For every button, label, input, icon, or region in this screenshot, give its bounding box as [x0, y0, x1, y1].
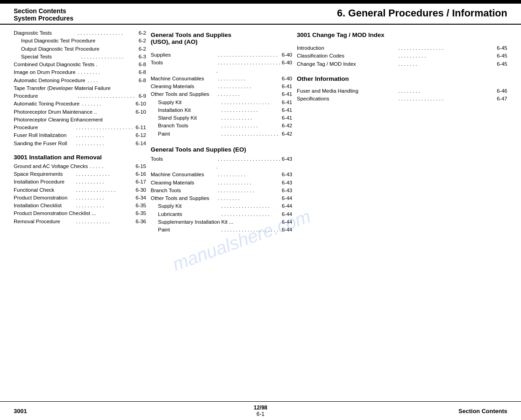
header-section-contents: Section Contents	[14, 7, 74, 15]
toc-entry-change-tag: Change Tag / MOD Index . . . . . . . 6-4…	[297, 60, 507, 68]
toc-entry-supplies: Supplies . . . . . . . . . . . . . . . .…	[151, 51, 292, 59]
toc-entry-other-tools: Other Tools and Supplies . . . . . . . .…	[151, 90, 292, 98]
main-content: manualshere.com Diagnostic Tests . . . .…	[0, 25, 521, 401]
toc-entry-product-demo: Product Demonstration . . . . . . . . . …	[14, 194, 146, 202]
toc-entry-branch-tools-eo: Branch Tools . . . . . . . . . . . . . 6…	[151, 187, 292, 194]
toc-entry-image-on-drum: Image on Drum Procedure . . . . . . . . …	[14, 68, 146, 76]
toc-entry-tape-transfer: Tape Transfer (Developer Material Failur…	[14, 84, 146, 92]
toc-entry-diagnostic-tests: Diagnostic Tests . . . . . . . . . . . .…	[14, 29, 146, 37]
toc-entry-removal-proc: Removal Procedure . . . . . . . . . . . …	[14, 218, 146, 226]
toc-entry-tools-eo: Tools . . . . . . . . . . . . . . . . . …	[151, 155, 292, 171]
header-title: 6. General Procedures / Information	[337, 7, 507, 19]
page-footer: 3001 12/98 6-1 Section Contents	[0, 401, 521, 420]
toc-entry-special-tests: Special Tests . . . . . . . . . . . . . …	[14, 53, 146, 61]
toc-entry-supply-kit: Supply Kit . . . . . . . . . . . . . . .…	[151, 99, 292, 106]
toc-entry-procedure2: Procedure . . . . . . . . . . . . . . . …	[14, 124, 146, 131]
toc-entry-cleaning-eo: Cleaning Materials . . . . . . . . . . .…	[151, 179, 292, 187]
toc-entry-installation-kit: Installation Kit . . . . . . . . . . . .…	[151, 106, 292, 114]
toc-entry-machine-consumables-eo: Machine Consumables . . . . . . . . . . …	[151, 171, 292, 178]
section-install-removal-title: 3001 Installation and Removal	[14, 154, 146, 161]
top-bar	[0, 0, 521, 4]
toc-entry-space-req: Space Requirements . . . . . . . . . . .…	[14, 170, 146, 178]
toc-entry-auto-toning: Automatic Toning Procedure . . . . . . .…	[14, 100, 146, 108]
page-wrapper: Section Contents System Procedures 6. Ge…	[0, 0, 521, 420]
footer-center: 12/98 6-1	[253, 404, 267, 417]
mid-section1-title: General Tools and Supplies (USO), and (A…	[151, 31, 292, 45]
toc-entry-paint-eo: Paint . . . . . . . . . . . . . . . . . …	[151, 226, 292, 234]
toc-entry-procedure: Procedure . . . . . . . . . . . . . . . …	[14, 92, 146, 100]
toc-entry-install-proc: Installation Procedure . . . . . . . . .…	[14, 178, 146, 186]
toc-entry-photoreceptor-drum: Photoreceptor Drum Maintenance .. 6-10	[14, 108, 146, 116]
toc-entry-fuser-media: Fuser and Media Handling . . . . . . . .…	[297, 87, 507, 95]
toc-entry-cleaning-materials: Cleaning Materials . . . . . . . . . . .…	[151, 83, 292, 90]
footer-section-label: Section Contents	[439, 408, 507, 415]
footer-doc-number: 3001	[14, 408, 82, 415]
toc-entry-auto-detoning: Automatic Detoning Procedure . . . . 6-8	[14, 77, 146, 84]
header-system-procedures: System Procedures	[14, 15, 74, 22]
toc-entry-other-tools-eo: Other Tools and Supplies . . . . . . . .…	[151, 194, 292, 202]
toc-entry-product-demo-checklist: Product Demonstration Checklist ... 6-35	[14, 210, 146, 217]
toc-entry-install-checklist: Installation Checklist . . . . . . . . .…	[14, 202, 146, 210]
toc-entry-combined-output: Combined Output Diagnostic Tests . 6-8	[14, 61, 146, 68]
toc-entry-paint: Paint . . . . . . . . . . . . . . . . . …	[151, 130, 292, 138]
toc-entry-supply-kit-eo: Supply Kit . . . . . . . . . . . . . . .…	[151, 202, 292, 210]
toc-entry-specifications: Specifications . . . . . . . . . . . . .…	[297, 95, 507, 103]
toc-entry-machine-consumables: Machine Consumables . . . . . . . . . . …	[151, 75, 292, 83]
toc-entry-introduction: Introduction . . . . . . . . . . . . . .…	[297, 44, 507, 52]
toc-entry-stand-supply: Stand Supply Kit . . . . . . . . . . . 6…	[151, 114, 292, 122]
footer-page-number: 6-1	[253, 411, 267, 417]
toc-entry-classification: Classification Codes . . . . . . . . . .…	[297, 52, 507, 60]
footer-date: 12/98	[253, 404, 267, 411]
toc-entry-tools: Tools . . . . . . . . . . . . . . . . . …	[151, 59, 292, 75]
toc-entry-branch-tools: Branch Tools . . . . . . . . . . . . . 6…	[151, 122, 292, 130]
right-section1-title: 3001 Change Tag / MOD Index	[297, 31, 507, 38]
right-section2-title: Other Information	[297, 75, 507, 82]
toc-entry-ground-ac: Ground and AC Voltage Checks . . . . . 6…	[14, 163, 146, 170]
toc-entry-output-diagnostic: Output Diagnostic Test Procedure 6-2	[14, 45, 146, 53]
toc-entry-sanding-fuser: Sanding the Fuser Roll . . . . . . . . .…	[14, 140, 146, 147]
header-left: Section Contents System Procedures	[14, 7, 74, 22]
column-left: Diagnostic Tests . . . . . . . . . . . .…	[14, 29, 146, 401]
column-mid: General Tools and Supplies (USO), and (A…	[151, 29, 292, 401]
column-right: 3001 Change Tag / MOD Index Introduction…	[297, 29, 507, 401]
mid-section2-title: General Tools and Supplies (EO)	[151, 146, 292, 153]
page-header: Section Contents System Procedures 6. Ge…	[0, 4, 521, 25]
toc-entry-supplementary: Supplementary Installation Kit ... 6-44	[151, 218, 292, 226]
toc-entry-fuser-roll-init: Fuser Roll Initialization . . . . . . . …	[14, 131, 146, 139]
toc-entry-lubricants: Lubricants . . . . . . . . . . . . . . .…	[151, 210, 292, 218]
toc-entry-photoreceptor-cleaning: Photoreceptor Cleaning Enhancement	[14, 116, 146, 124]
toc-entry-functional-check: Functional Check . . . . . . . . . . . .…	[14, 186, 146, 194]
toc-entry-input-diagnostic: Input Diagnostic Test Procedure 6-2	[14, 37, 146, 45]
